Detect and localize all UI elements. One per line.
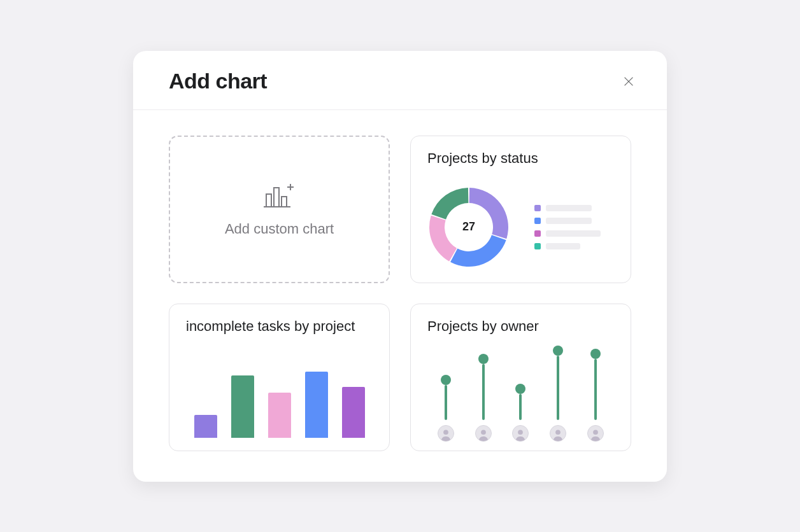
owner-avatar [512,425,529,442]
lollipop-dot [478,354,489,364]
svg-rect-2 [282,197,287,207]
lollipop [512,384,529,441]
svg-point-9 [555,430,561,435]
lollipop [587,349,604,441]
projects-by-status-card[interactable]: Projects by status 27 [410,136,631,283]
legend-swatch [534,230,541,237]
lollipop-dot [515,384,525,394]
svg-rect-0 [266,194,271,207]
lollipop-dot [553,346,563,356]
svg-point-6 [443,430,448,435]
owner-avatar [550,425,566,442]
svg-point-10 [593,430,598,435]
owner-avatar [475,425,492,442]
bar [268,393,291,438]
svg-point-7 [481,430,486,435]
lollipop-dot [590,349,601,359]
donut-center-value: 27 [427,186,510,269]
lollipop [475,354,492,442]
donut-chart: 27 [427,186,510,269]
legend-placeholder [546,218,592,224]
add-custom-chart-label: Add custom chart [225,221,334,237]
lollipop-stick [482,364,485,420]
owner-avatar [587,425,604,442]
legend-placeholder [546,230,601,237]
lollipop-stick [519,394,522,419]
bar [305,372,328,438]
modal-title: Add chart [169,69,267,94]
donut-chart-area: 27 [427,186,601,269]
projects-by-owner-card[interactable]: Projects by owner [410,304,631,451]
bar [194,415,217,437]
lollipop [438,375,454,442]
card-title: Projects by status [411,136,631,168]
modal-body: Add custom chart Projects by status 27 i… [133,110,667,482]
card-title: incomplete tasks by project [169,304,389,336]
lollipop-dot [441,375,451,385]
legend-row [534,218,601,224]
bar-chart-plus-icon [264,181,296,212]
bar [342,387,365,437]
lollipop-stick [594,359,597,419]
legend-swatch [534,218,541,224]
donut-legend [534,205,601,249]
legend-placeholder [546,205,592,211]
lollipop-stick [557,356,559,420]
modal-header: Add chart [133,51,667,110]
lollipop-chart [427,340,614,442]
close-button[interactable] [616,69,641,94]
legend-row [534,205,601,211]
close-icon [622,74,636,88]
add-chart-modal: Add chart Add custom chart [133,51,667,482]
bar-chart [186,372,373,438]
incomplete-tasks-card[interactable]: incomplete tasks by project [169,304,390,451]
lollipop-stick [445,385,447,420]
svg-point-8 [518,430,524,435]
legend-row [534,243,601,249]
legend-swatch [534,243,541,249]
legend-placeholder [546,243,580,249]
legend-row [534,230,601,237]
owner-avatar [438,425,454,442]
svg-rect-1 [274,188,279,207]
lollipop [550,346,566,442]
card-title: Projects by owner [411,304,631,336]
bar [231,375,254,438]
legend-swatch [534,205,541,211]
add-custom-chart-card[interactable]: Add custom chart [169,136,390,283]
